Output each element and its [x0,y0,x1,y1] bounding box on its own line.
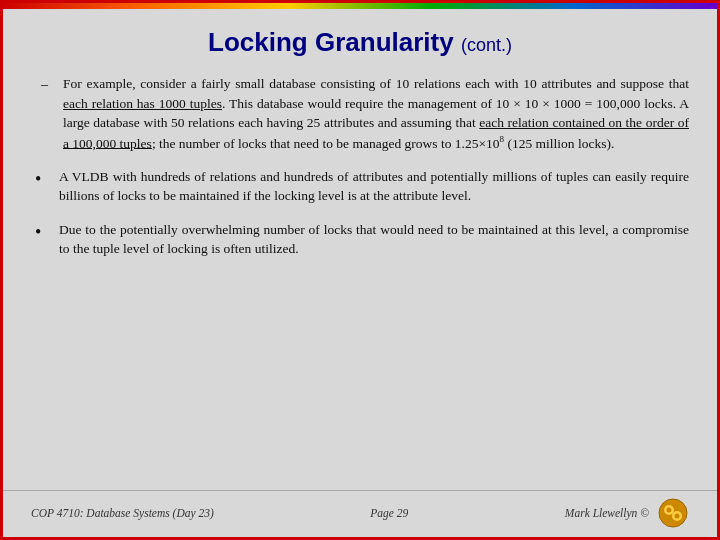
footer-center-text: Page 29 [370,507,408,519]
slide-footer: COP 4710: Database Systems (Day 23) Page… [3,490,717,537]
bullet-symbol-2: • [35,220,59,259]
svg-point-4 [674,514,679,519]
bullet-item-1: • A VLDB with hundreds of relations and … [31,167,689,206]
bullet-item-2: • Due to the potentially overwhelming nu… [31,220,689,259]
footer-right-text: Mark Llewellyn © [565,507,649,519]
dash-symbol: – [41,74,63,153]
footer-left-text: COP 4710: Database Systems (Day 23) [31,507,214,519]
bullet-text-2: Due to the potentially overwhelming numb… [59,220,689,259]
title-text: Locking Granularity [208,27,454,57]
bullet-symbol-1: • [35,167,59,206]
slide-title: Locking Granularity (cont.) [31,27,689,58]
slide-content-area: Locking Granularity (cont.) – For exampl… [3,9,717,490]
dash-text: For example, consider a fairly small dat… [63,74,689,153]
slide-container: Locking Granularity (cont.) – For exampl… [0,0,720,540]
svg-point-3 [666,508,671,513]
footer-right-area: Mark Llewellyn © [565,497,689,529]
main-content: – For example, consider a fairly small d… [31,74,689,259]
dash-item: – For example, consider a fairly small d… [31,74,689,153]
bullet-text-1: A VLDB with hundreds of relations and hu… [59,167,689,206]
footer-logo-icon [657,497,689,529]
title-cont: (cont.) [461,35,512,55]
